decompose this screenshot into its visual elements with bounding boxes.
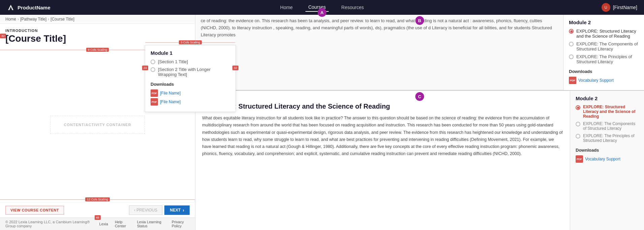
footer-lexia[interactable]: Lexia bbox=[99, 222, 108, 226]
annotation-c: C bbox=[415, 92, 424, 101]
module2-item-3[interactable]: EXPLORE: The Principles of Structured Li… bbox=[569, 54, 639, 64]
pdf-icon-2: PDF bbox=[151, 98, 158, 106]
footer-help[interactable]: Help Center bbox=[115, 220, 130, 228]
module2-radio-2 bbox=[569, 42, 574, 46]
logo-icon bbox=[7, 3, 15, 11]
left-footer: VIEW COURSE CONTENT ‹ PREVIOUS NEXT › 48 bbox=[0, 202, 195, 218]
module1-item-2[interactable]: [Section 2 Title with Longer Wrapping Te… bbox=[151, 67, 230, 77]
module2-bottom-item-2[interactable]: EXPLORE: The Components of Structured Li… bbox=[576, 121, 639, 131]
intro-label: Introduction bbox=[5, 29, 190, 33]
module1-downloads: Downloads PDF [File Name] PDF [File Name… bbox=[151, 82, 230, 106]
scaling-label-12col: 12 Cols Scaling bbox=[85, 197, 110, 201]
module2-sidebar-bottom-title: Module 2 bbox=[576, 95, 639, 101]
badge-48: 48 bbox=[95, 215, 101, 220]
module2-sidebar-top: Module 2 EXPLORE: Structured Literacy an… bbox=[563, 15, 644, 90]
next-arrow-icon: › bbox=[183, 207, 184, 213]
module1-download-1[interactable]: PDF [File Name] bbox=[151, 89, 230, 97]
module2-radio-1 bbox=[569, 29, 574, 34]
module1-downloads-title: Downloads bbox=[151, 82, 230, 87]
top-right-section: ce of reading: the evidence on. This res… bbox=[195, 15, 644, 91]
scaling-bar-12col: 12 Cols Scaling bbox=[0, 196, 195, 202]
badge-32-right: 32 bbox=[232, 66, 238, 70]
view-course-button[interactable]: VIEW COURSE CONTENT bbox=[5, 206, 64, 215]
module2-sidebar-title: Module 2 bbox=[569, 20, 639, 25]
navbar: ProductName Home Courses Resources U [Fi… bbox=[0, 0, 644, 15]
module2-main-content: MODULE 2 EXPLORE: Structured Literacy an… bbox=[195, 91, 570, 230]
bottom-radio-fill-1 bbox=[577, 107, 579, 109]
module2-download-1-bottom[interactable]: PDF Vocabulary Support bbox=[576, 155, 639, 163]
module2-downloads-bottom-title: Downloads bbox=[576, 148, 639, 153]
module2-download-1-top[interactable]: PDF Vocabulary Support bbox=[569, 77, 639, 84]
radio-fill-1 bbox=[570, 30, 573, 33]
annotation-b: B bbox=[415, 16, 424, 25]
module2-pdf-icon-bottom: PDF bbox=[576, 155, 583, 163]
module2-tag: MODULE 2 bbox=[202, 97, 563, 101]
nav-home[interactable]: Home bbox=[278, 3, 295, 11]
module2-bottom-radio-3 bbox=[576, 134, 580, 139]
module2-downloads-top: Downloads PDF Vocabulary Support bbox=[569, 69, 639, 84]
breadcrumb-course[interactable]: [Course Title] bbox=[51, 17, 74, 22]
module2-radio-3 bbox=[569, 54, 574, 59]
navbar-right: U [FirstName] bbox=[602, 3, 637, 12]
scaling-label-3col: 3 Cols Scaling bbox=[179, 40, 202, 44]
module2-pdf-icon-top: PDF bbox=[569, 77, 576, 84]
username[interactable]: [FirstName] bbox=[613, 5, 637, 10]
footer-copyright: © 2022 Lexia Learning LLC, a Cambium Lea… bbox=[5, 220, 93, 228]
module1-title: Module 1 bbox=[151, 50, 230, 56]
nav-buttons: ‹ PREVIOUS NEXT › bbox=[129, 205, 190, 215]
bottom-right-section: C MODULE 2 EXPLORE: Structured Literacy … bbox=[195, 91, 644, 230]
scroll-preview: ce of reading: the evidence on. This res… bbox=[195, 15, 563, 90]
scaling-bar-3col: 3 Cols Scaling bbox=[145, 39, 235, 45]
module2-item-1[interactable]: EXPLORE: Structured Literacy and the Sci… bbox=[569, 29, 639, 39]
content-activity-label: CONTENT/ACTIVITY CONTAINER bbox=[50, 116, 145, 134]
scaling-label-9col: 9 Cols Scaling bbox=[86, 48, 109, 52]
footer-privacy[interactable]: Privacy Policy bbox=[172, 220, 190, 228]
brand: ProductName bbox=[7, 3, 51, 11]
radio-1 bbox=[151, 60, 155, 64]
badge-32-left: 32 bbox=[0, 34, 6, 38]
module2-bottom-item-1[interactable]: EXPLORE: Structured Literacy and the Sci… bbox=[576, 105, 639, 119]
module2-sidebar-bottom: Module 2 EXPLORE: Structured Literacy an… bbox=[570, 91, 644, 230]
module2-heading: EXPLORE: Structured Literacy and the Sci… bbox=[202, 102, 563, 111]
module2-item-2[interactable]: EXPLORE: The Components of Structured Li… bbox=[569, 41, 639, 51]
module2-downloads-title: Downloads bbox=[569, 69, 639, 74]
radio-2 bbox=[151, 67, 155, 72]
module2-downloads-bottom: Downloads PDF Vocabulary Support bbox=[576, 148, 639, 163]
module2-bottom-radio-1 bbox=[576, 105, 580, 110]
module1-card: 3 Cols Scaling 24 32 Module 1 [Section 1… bbox=[145, 45, 236, 112]
next-button[interactable]: NEXT › bbox=[164, 205, 190, 215]
module2-bottom-radio-2 bbox=[576, 122, 580, 126]
badge-24: 24 bbox=[142, 66, 148, 70]
user-avatar: U bbox=[602, 3, 610, 12]
module2-body: What does equitable literacy instruction… bbox=[202, 115, 563, 158]
breadcrumb: Home › [Pathway Title] › [Course Title] bbox=[0, 15, 195, 24]
page-container: 32 Home › [Pathway Title] › [Course Titl… bbox=[0, 15, 644, 230]
pdf-icon-1: PDF bbox=[151, 89, 158, 97]
module1-item-1[interactable]: [Section 1 Title] bbox=[151, 59, 230, 64]
previous-button[interactable]: ‹ PREVIOUS bbox=[129, 205, 162, 215]
breadcrumb-home[interactable]: Home bbox=[5, 17, 16, 22]
module2-bottom-item-3[interactable]: EXPLORE: The Principles of Structured Li… bbox=[576, 133, 639, 143]
prev-icon: ‹ bbox=[134, 208, 135, 213]
nav-resources[interactable]: Resources bbox=[339, 3, 366, 11]
annotation-a: A bbox=[318, 8, 326, 17]
module1-download-2[interactable]: PDF [File Name] bbox=[151, 98, 230, 106]
brand-name: ProductName bbox=[18, 5, 51, 10]
breadcrumb-pathway[interactable]: [Pathway Title] bbox=[20, 17, 46, 22]
footer-status[interactable]: Lexia Learning Status bbox=[137, 220, 165, 228]
right-panel: B ce of reading: the evidence on. This r… bbox=[195, 15, 644, 230]
